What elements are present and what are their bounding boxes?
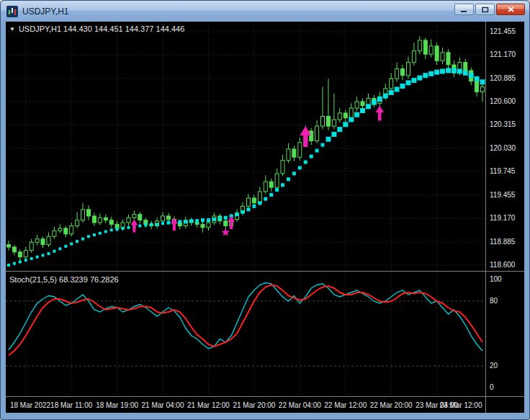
price-axis-label: 119.170: [490, 214, 515, 223]
price-axis-label: 121.170: [490, 50, 516, 59]
titlebar[interactable]: USDJPY,H1: [1, 1, 529, 22]
maximize-button[interactable]: [475, 4, 495, 15]
price-axis[interactable]: 121.455121.170120.885120.600120.315120.0…: [485, 22, 526, 413]
minimize-button[interactable]: [454, 4, 474, 15]
stochastic-panel[interactable]: [6, 272, 485, 396]
chart-content: ▼ USDJPY,H1 144.430 144.451 144.377 144.…: [6, 22, 524, 413]
time-axis-label: 18 Mar 2022: [10, 401, 50, 409]
trend-dots: [7, 68, 485, 267]
price-axis-label: 119.745: [490, 167, 515, 176]
indicator-label: Stoch(21,5,5) 68.3239 76.2826: [9, 275, 119, 284]
candlesticks: [7, 36, 485, 262]
chart-window-icon: [6, 6, 18, 17]
time-axis[interactable]: 18 Mar 202218 Mar 11:0018 Mar 19:0021 Ma…: [6, 398, 486, 414]
stoch-axis-label: 100: [490, 275, 502, 284]
window-title: USDJPY,H1: [22, 6, 68, 17]
time-axis-label: 22 Mar 12:00: [324, 401, 367, 409]
stoch-axis-label: 20: [490, 362, 498, 370]
dropdown-arrow-icon[interactable]: ▼: [9, 26, 15, 32]
time-axis-label: 21 Mar 04:00: [142, 401, 184, 409]
time-axis-label: 18 Mar 11:00: [50, 401, 92, 409]
time-axis-label: 23 Mar 12:00: [440, 401, 482, 409]
price-axis-label: 121.455: [490, 27, 516, 36]
star-marker-icon: [221, 228, 230, 236]
price-axis-label: 120.315: [490, 120, 516, 129]
panel-separator[interactable]: [6, 396, 524, 397]
price-axis-label: 118.600: [490, 261, 515, 269]
stoch-signal-line: [9, 285, 482, 356]
main-price-chart[interactable]: [6, 22, 485, 271]
buy-arrow-icon: [376, 106, 385, 121]
price-axis-label: 120.600: [490, 97, 516, 106]
mt4-chart-window: USDJPY,H1 ▼ USDJPY,H1 144.430 144.451 14…: [0, 0, 530, 420]
stoch-axis-label: 0: [490, 383, 494, 392]
time-axis-label: 18 Mar 19:00: [96, 401, 138, 409]
time-axis-label: 22 Mar 04:00: [279, 401, 321, 409]
price-axis-label: 120.030: [490, 144, 516, 153]
time-axis-label: 21 Mar 20:00: [233, 401, 275, 409]
buy-arrow-icon: [228, 216, 235, 229]
price-axis-label: 120.885: [490, 74, 516, 83]
grid: [6, 272, 485, 396]
price-axis-label: 118.885: [490, 238, 515, 246]
close-icon: [508, 6, 514, 12]
time-axis-label: 21 Mar 12:00: [187, 401, 230, 409]
price-axis-label: 119.455: [490, 191, 515, 200]
stoch-axis-label: 80: [490, 297, 498, 305]
close-button[interactable]: [496, 4, 525, 15]
time-axis-label: 22 Mar 20:00: [370, 401, 413, 409]
buy-arrow-icon: [130, 219, 138, 232]
chart-info: ▼ USDJPY,H1 144.430 144.451 144.377 144.…: [9, 24, 184, 33]
buy-arrow-icon: [171, 218, 178, 231]
panel-separator[interactable]: [6, 271, 524, 272]
ohlc-readout: USDJPY,H1 144.430 144.451 144.377 144.44…: [19, 24, 184, 33]
minimize-icon: [461, 6, 467, 13]
maximize-icon: [482, 6, 489, 13]
